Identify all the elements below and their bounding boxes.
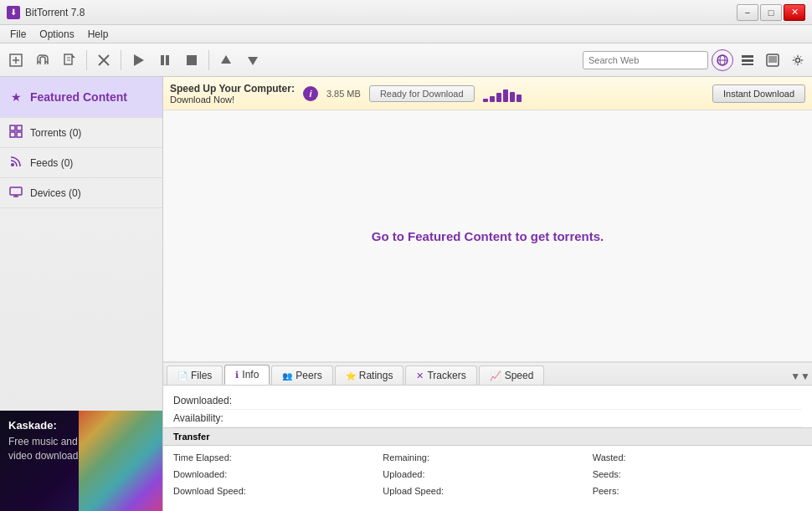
files-tab-icon: 📄: [177, 371, 188, 381]
svg-rect-33: [10, 187, 22, 195]
availability-row: Availability:: [173, 410, 802, 427]
svg-rect-22: [742, 55, 753, 58]
separator-1: [86, 50, 87, 70]
settings-icon[interactable]: [787, 49, 809, 71]
instant-download-button[interactable]: Instant Download: [712, 84, 805, 103]
sidebar: ★ Featured Content Torrents (0) Feeds (0…: [0, 77, 163, 511]
title-bar: BitTorrent 7.8 − □ ✕: [0, 0, 812, 25]
downloaded-label: Downloaded:: [173, 466, 383, 483]
bar-1: [483, 99, 488, 102]
svg-marker-18: [248, 57, 258, 65]
svg-rect-28: [10, 125, 15, 130]
search-input[interactable]: [583, 51, 708, 69]
tab-info[interactable]: ℹ Info: [224, 365, 270, 385]
tab-speed[interactable]: 📈 Speed: [479, 365, 545, 385]
bar-2: [490, 96, 495, 102]
speed-bar-size: 3.85 MB: [326, 89, 361, 99]
peers-label: Peers:: [593, 483, 802, 499]
separator-3: [208, 50, 209, 70]
bar-5: [510, 92, 515, 102]
maximize-button[interactable]: □: [760, 4, 782, 21]
speed-bar: Speed Up Your Computer: Download Now! i …: [163, 77, 812, 110]
menu-file[interactable]: File: [3, 27, 33, 42]
downloaded-row: Downloaded:: [173, 392, 802, 410]
svg-rect-31: [17, 132, 22, 137]
uploaded-label: Uploaded:: [383, 466, 592, 483]
app-icon: [7, 6, 20, 19]
search-globe-icon[interactable]: [712, 49, 733, 71]
menu-options[interactable]: Options: [33, 27, 80, 42]
info-button[interactable]: i: [303, 86, 318, 101]
close-button[interactable]: ✕: [784, 4, 805, 21]
search-area: [583, 49, 809, 71]
svg-marker-10: [72, 54, 75, 58]
sidebar-item-feeds[interactable]: Feeds (0): [0, 148, 162, 178]
tab-files[interactable]: 📄 Files: [167, 365, 223, 385]
move-down-icon[interactable]: [240, 48, 265, 73]
sidebar-item-featured[interactable]: ★ Featured Content: [0, 77, 162, 118]
torrent-list-area: Go to Featured Content to get torrents.: [163, 110, 812, 362]
sidebar-ad[interactable]: Kaskade: Free music andvideo download: [0, 411, 162, 511]
main-layout: ★ Featured Content Torrents (0) Feeds (0…: [0, 77, 812, 511]
svg-point-32: [11, 163, 14, 166]
ad-title: Kaskade:: [8, 419, 78, 432]
sidebar-item-torrents[interactable]: Torrents (0): [0, 118, 162, 148]
torrents-icon: [8, 125, 23, 141]
ratings-tab-icon: ⭐: [346, 371, 356, 381]
svg-rect-26: [768, 56, 777, 63]
speed-tab-icon: 📈: [490, 370, 501, 381]
info-panel-wrapper: Downloaded: Availability: Transfer Time …: [163, 386, 812, 511]
svg-marker-13: [134, 54, 144, 66]
svg-rect-24: [742, 64, 753, 65]
feeds-icon: [8, 155, 23, 171]
ready-for-download: Ready for Download: [369, 85, 475, 102]
sidebar-featured-label: Featured Content: [30, 90, 127, 104]
toolbar: [0, 43, 812, 77]
svg-rect-7: [64, 54, 72, 64]
time-elapsed-label: Time Elapsed:: [173, 449, 383, 466]
stop-icon[interactable]: [179, 48, 204, 73]
sidebar-item-devices[interactable]: Devices (0): [0, 178, 162, 208]
svg-rect-30: [10, 132, 15, 137]
tablet-view-icon[interactable]: [762, 49, 784, 71]
app-title: BitTorrent 7.8: [25, 7, 85, 18]
devices-icon: [8, 185, 23, 201]
wasted-label: Wasted:: [593, 449, 802, 466]
transfer-header: Transfer: [163, 427, 812, 446]
remaining-label: Remaining:: [383, 449, 592, 466]
ad-subtitle: Free music andvideo download: [8, 435, 78, 463]
download-speed-label: Download Speed:: [173, 483, 383, 499]
minimize-button[interactable]: −: [737, 4, 758, 21]
tabs-bar: 📄 Files ℹ Info 👥 Peers ⭐ Ratings ✕ Track…: [163, 362, 812, 386]
info-panel: Downloaded: Availability: Transfer Time …: [163, 386, 812, 509]
add-torrent-icon[interactable]: [3, 48, 28, 73]
list-view-icon[interactable]: [737, 49, 758, 71]
content-area: Speed Up Your Computer: Download Now! i …: [163, 77, 812, 511]
move-up-icon[interactable]: [213, 48, 239, 73]
create-torrent-icon[interactable]: [57, 48, 82, 73]
sidebar-feeds-label: Feeds (0): [30, 157, 73, 169]
menu-help[interactable]: Help: [81, 27, 116, 42]
upload-speed-label: Upload Speed:: [383, 483, 592, 499]
svg-rect-15: [166, 55, 169, 65]
tab-expand-button[interactable]: ▼▼: [792, 368, 809, 385]
peers-tab-icon: 👥: [282, 371, 292, 381]
svg-rect-14: [161, 55, 164, 65]
separator-2: [121, 50, 121, 70]
tab-peers[interactable]: 👥 Peers: [271, 365, 332, 385]
tab-trackers[interactable]: ✕ Trackers: [405, 365, 476, 385]
start-icon[interactable]: [126, 48, 151, 73]
bar-3: [496, 93, 501, 102]
svg-rect-23: [742, 59, 753, 62]
speed-bar-text: Speed Up Your Computer: Download Now!: [170, 83, 295, 105]
bar-4: [503, 89, 508, 102]
star-icon: ★: [8, 90, 23, 104]
pause-icon[interactable]: [152, 48, 177, 73]
empty-state-message: Go to Featured Content to get torrents.: [372, 229, 604, 243]
tab-ratings[interactable]: ⭐ Ratings: [335, 365, 404, 385]
delete-icon[interactable]: [91, 48, 116, 73]
seeds-label: Seeds:: [593, 466, 802, 483]
speed-bars-chart: [483, 85, 522, 102]
add-magnet-icon[interactable]: [30, 48, 55, 73]
sidebar-torrents-label: Torrents (0): [30, 127, 81, 139]
